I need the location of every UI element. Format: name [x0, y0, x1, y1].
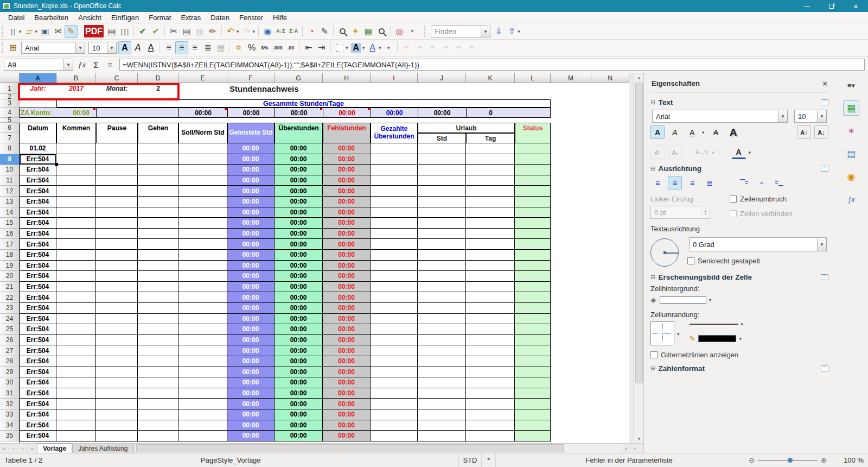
cell-E15[interactable]: [178, 218, 227, 229]
cell-H13[interactable]: 00:00: [323, 197, 371, 207]
cell-A22[interactable]: Err:504: [20, 292, 56, 303]
cell-E26[interactable]: [178, 335, 227, 346]
cell-F9[interactable]: 00:00: [227, 154, 275, 165]
cell-L23[interactable]: [515, 303, 551, 314]
sheet-tab-jahres-auflistung[interactable]: Jahres Auflistung: [72, 444, 133, 453]
column-header-L[interactable]: L: [515, 73, 551, 83]
row-header-5[interactable]: 5: [0, 118, 20, 123]
cell-K34[interactable]: [466, 420, 515, 431]
row-header-3[interactable]: 3: [0, 99, 20, 108]
cell-D9[interactable]: [138, 154, 178, 165]
cell-L15[interactable]: [515, 218, 551, 229]
cell-A34[interactable]: Err:504: [20, 420, 56, 431]
cell-A27[interactable]: Err:504: [20, 345, 56, 356]
cell-K30[interactable]: [466, 377, 515, 388]
cell-I21[interactable]: [371, 282, 418, 293]
font-color-dropdown[interactable]: ▾: [379, 45, 381, 51]
cell-G34[interactable]: 00:00: [275, 420, 323, 431]
cell-K28[interactable]: [466, 356, 515, 367]
cell-E28[interactable]: [178, 356, 227, 367]
email-button[interactable]: ✉: [52, 25, 65, 38]
merge-cells-checkbox[interactable]: [730, 210, 737, 217]
cell-C14[interactable]: [96, 207, 138, 218]
cell-G13[interactable]: 00:00: [275, 197, 323, 207]
align-center-button[interactable]: ≡: [175, 41, 188, 54]
menu-fenster[interactable]: Fenster: [234, 12, 268, 23]
cell-H9[interactable]: 00:00: [323, 154, 371, 165]
cell-F18[interactable]: 00:00: [227, 250, 275, 261]
border-line-style[interactable]: [690, 324, 738, 325]
cell-E12[interactable]: [178, 186, 227, 197]
text-dialog-launcher[interactable]: ⋯: [821, 99, 828, 105]
cell-L20[interactable]: [515, 271, 551, 282]
column-header-J[interactable]: J: [418, 73, 466, 83]
first-sheet-icon[interactable]: «: [0, 444, 9, 453]
sidebar-font-color-dropdown[interactable]: ▾: [749, 150, 751, 155]
cell-F19[interactable]: 00:00: [227, 261, 275, 272]
cell-K24[interactable]: [466, 314, 515, 325]
find-input[interactable]: Finden ▾: [431, 26, 490, 37]
cut-button[interactable]: ✂: [167, 25, 180, 38]
column-header-F[interactable]: F: [227, 73, 275, 83]
cell-I20[interactable]: [371, 271, 418, 282]
header-cell-datum[interactable]: Datum: [20, 123, 56, 143]
cell-F22[interactable]: 00:00: [227, 292, 275, 303]
cell-L35[interactable]: [515, 431, 551, 441]
properties-tab-icon[interactable]: ▦: [843, 100, 859, 116]
cell-G15[interactable]: 00:00: [275, 218, 323, 229]
column-header-E[interactable]: E: [178, 73, 227, 83]
hyperlink-button[interactable]: ◉: [261, 25, 274, 38]
cell-D22[interactable]: [138, 292, 178, 303]
cell-I32[interactable]: [371, 399, 418, 409]
scroll-left-icon[interactable]: ‹: [622, 445, 630, 452]
cell-L32[interactable]: [515, 399, 551, 409]
cell-H8[interactable]: 00:00: [323, 143, 371, 154]
cell-C28[interactable]: [96, 356, 138, 367]
row-header-8[interactable]: 8: [0, 143, 20, 154]
cell-H33[interactable]: 00:00: [323, 409, 371, 420]
cell-J33[interactable]: [418, 409, 466, 420]
cell-J35[interactable]: [418, 431, 466, 441]
align-objects-left-button[interactable]: ≡: [400, 41, 413, 54]
border-line-style-dropdown[interactable]: ▾: [741, 321, 744, 327]
cell-J27[interactable]: [418, 345, 466, 356]
copy-button[interactable]: ▤: [180, 25, 193, 38]
cell-E27[interactable]: [178, 345, 227, 356]
sum-icon[interactable]: Σ: [89, 59, 103, 71]
cell-G16[interactable]: 00:00: [275, 229, 323, 239]
column-header-I[interactable]: I: [371, 73, 418, 83]
cell-J34[interactable]: [418, 420, 466, 431]
cell-H11[interactable]: 00:00: [323, 175, 371, 186]
header-cell-pause[interactable]: Pause: [96, 123, 138, 143]
gallery-button[interactable]: ▦: [362, 25, 375, 38]
cell-A23[interactable]: Err:504: [20, 303, 56, 314]
sidebar-italic-button[interactable]: A: [668, 125, 682, 139]
cell-L16[interactable]: [515, 229, 551, 239]
cell-B14[interactable]: [56, 207, 96, 218]
cell-J18[interactable]: [418, 250, 466, 261]
cell-B25[interactable]: [56, 324, 96, 335]
row-header-30[interactable]: 30: [0, 377, 20, 388]
cell-D31[interactable]: [138, 388, 178, 399]
cell-H29[interactable]: 00:00: [323, 367, 371, 378]
sort-ascending-button[interactable]: A↓Z: [274, 25, 287, 38]
cell-L18[interactable]: [515, 250, 551, 261]
sidebar-align-center-button[interactable]: ≡: [668, 176, 682, 190]
cell-D34[interactable]: [138, 420, 178, 431]
cell-B21[interactable]: [56, 282, 96, 293]
cell-E9[interactable]: [178, 154, 227, 165]
cell-H19[interactable]: 00:00: [323, 261, 371, 272]
cell-I16[interactable]: [371, 229, 418, 239]
cell-E19[interactable]: [178, 261, 227, 272]
header-cell-ueberstunden[interactable]: Überstunden: [275, 123, 323, 143]
cell-I29[interactable]: [371, 367, 418, 378]
cell-F30[interactable]: 00:00: [227, 377, 275, 388]
zoom-out-icon[interactable]: ⊖: [749, 456, 755, 464]
cell-C15[interactable]: [96, 218, 138, 229]
cell-K9[interactable]: [466, 154, 515, 165]
find-toolbar-more[interactable]: ▾: [518, 29, 520, 34]
align-right-button[interactable]: ≡: [188, 41, 201, 54]
cell-F25[interactable]: 00:00: [227, 324, 275, 335]
new-document-button[interactable]: ▯: [7, 25, 20, 38]
menu-extras[interactable]: Extras: [176, 12, 206, 23]
